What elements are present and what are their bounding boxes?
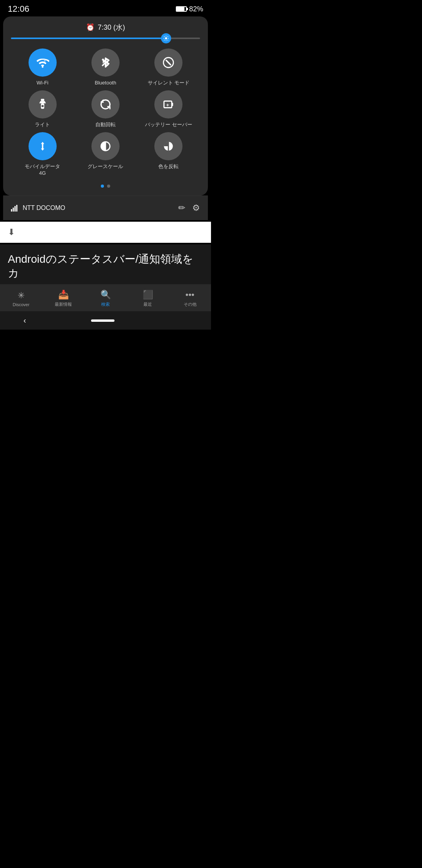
alarm-icon: ⏰: [86, 23, 95, 32]
tile-bluetooth[interactable]: Bluetooth: [74, 48, 137, 86]
tile-flashlight[interactable]: ライト: [11, 90, 74, 128]
nav-label-discover: Discover: [13, 302, 30, 307]
tile-circle-bluetooth: [91, 48, 120, 77]
alarm-row: ⏰ 7:30 (水): [11, 23, 200, 32]
carrier-actions: ✏ ⚙: [178, 203, 200, 213]
rotate-icon: [99, 98, 112, 111]
svg-rect-24: [11, 209, 12, 212]
tile-label-wifi: Wi-Fi: [37, 80, 48, 86]
page-dot-1: [101, 185, 104, 188]
nav-label-latest: 最新情報: [55, 301, 72, 307]
latest-icon: 📥: [58, 290, 69, 300]
status-time: 12:06: [8, 4, 29, 14]
battery-saver-icon: +: [162, 98, 175, 111]
flashlight-icon: [36, 98, 49, 111]
tile-circle-grayscale: [91, 132, 120, 160]
browser-content: Androidのステータスバー/通知領域をカ: [0, 244, 211, 285]
tile-circle-battery-saver: +: [154, 90, 182, 118]
svg-line-7: [164, 40, 165, 40]
nav-label-more: その他: [184, 301, 197, 307]
svg-rect-27: [16, 205, 18, 212]
browser-text: Androidのステータスバー/通知領域をカ: [8, 253, 193, 279]
status-bar: 12:06 82%: [0, 0, 211, 16]
tile-label-silent: サイレント モード: [148, 80, 190, 86]
grayscale-icon: [99, 140, 112, 153]
system-nav-bar: ‹: [0, 311, 211, 330]
alarm-time: 7:30 (水): [98, 23, 125, 32]
svg-line-5: [164, 36, 165, 37]
tile-mobile-data[interactable]: モバイルデータ4G: [11, 132, 74, 177]
tile-circle-rotate: [91, 90, 120, 118]
svg-rect-13: [41, 99, 44, 101]
invert-icon: [162, 140, 175, 153]
quick-settings-panel: ⏰ 7:30 (水): [3, 16, 208, 195]
svg-point-15: [41, 105, 44, 107]
brightness-row[interactable]: [11, 38, 200, 39]
nav-search[interactable]: 🔍 検索: [90, 290, 121, 307]
back-button[interactable]: ‹: [23, 316, 26, 325]
nav-recent[interactable]: ⬛ 最近: [132, 290, 163, 307]
brightness-thumb: [161, 33, 171, 43]
tile-wifi[interactable]: ? Wi-Fi: [11, 48, 74, 86]
bluetooth-icon: [99, 56, 112, 69]
svg-line-8: [168, 36, 168, 37]
silent-icon: [162, 56, 175, 69]
tile-label-grayscale: グレースケール: [88, 163, 123, 170]
nav-latest[interactable]: 📥 最新情報: [48, 290, 79, 307]
svg-line-6: [168, 40, 168, 40]
svg-rect-26: [14, 206, 16, 212]
carrier-name: NTT DOCOMO: [23, 204, 65, 212]
tile-label-battery-saver: バッテリー セーバー: [145, 122, 192, 128]
tile-battery-saver[interactable]: + バッテリー セーバー: [137, 90, 200, 128]
tile-grayscale[interactable]: グレースケール: [74, 132, 137, 177]
tile-circle-invert: [154, 132, 182, 160]
tile-label-bluetooth: Bluetooth: [95, 80, 116, 86]
settings-button[interactable]: ⚙: [192, 203, 200, 213]
svg-point-9: [42, 66, 43, 68]
carrier-row: NTT DOCOMO ✏ ⚙: [3, 195, 208, 220]
tile-label-rotate: 自動回転: [95, 122, 116, 128]
svg-rect-17: [172, 103, 173, 106]
page-dot-2: [107, 185, 110, 188]
signal-icon: [11, 204, 19, 212]
discover-icon: ✳: [18, 291, 25, 301]
nav-label-recent: 最近: [143, 301, 152, 307]
wifi-icon: ?: [36, 56, 49, 69]
tile-circle-flashlight: [29, 90, 57, 118]
svg-text:?: ?: [43, 59, 45, 63]
page-dots: [11, 185, 200, 188]
tile-circle-silent: [154, 48, 182, 77]
carrier-left: NTT DOCOMO: [11, 204, 65, 212]
tile-invert[interactable]: 色を反転: [137, 132, 200, 177]
tile-circle-wifi: ?: [29, 48, 57, 77]
tile-silent[interactable]: サイレント モード: [137, 48, 200, 86]
status-right: 82%: [176, 5, 203, 13]
battery-icon: [176, 6, 187, 12]
mobile-data-icon: [36, 140, 49, 153]
tile-rotate[interactable]: 自動回転: [74, 90, 137, 128]
download-icon: ⬇: [8, 227, 15, 237]
tiles-grid: ? Wi-Fi Bluetooth: [11, 48, 200, 177]
edit-button[interactable]: ✏: [178, 203, 185, 213]
tile-label-mobile-data: モバイルデータ4G: [25, 163, 60, 177]
search-icon: 🔍: [100, 290, 111, 300]
recent-icon: ⬛: [143, 290, 153, 300]
brightness-slider[interactable]: [11, 38, 200, 39]
tile-label-flashlight: ライト: [35, 122, 50, 128]
svg-rect-25: [13, 208, 14, 212]
nav-discover[interactable]: ✳ Discover: [5, 291, 37, 307]
nav-more[interactable]: ••• その他: [174, 290, 206, 307]
battery-percent: 82%: [189, 5, 203, 13]
browser-bottom-nav: ✳ Discover 📥 最新情報 🔍 検索 ⬛ 最近 ••• その他: [0, 284, 211, 311]
tile-label-invert: 色を反転: [158, 163, 179, 170]
brightness-sun-icon: [163, 35, 169, 41]
battery-fill: [177, 7, 184, 11]
svg-text:+: +: [166, 102, 169, 108]
tile-circle-mobile-data: [29, 132, 57, 160]
notification-bar[interactable]: ⬇: [0, 222, 211, 243]
svg-line-12: [166, 60, 171, 65]
home-pill[interactable]: [91, 319, 114, 322]
more-icon: •••: [185, 290, 194, 300]
nav-label-search: 検索: [101, 301, 110, 307]
brightness-fill: [11, 38, 166, 39]
